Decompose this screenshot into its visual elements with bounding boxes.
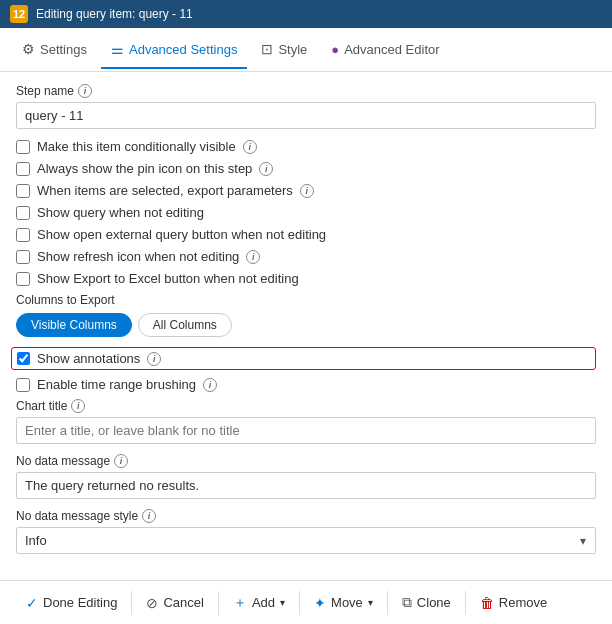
checkbox-show-export-label: Show Export to Excel button when not edi… [37,271,299,286]
checkbox-show-query-label: Show query when not editing [37,205,204,220]
checkbox-time-brushing: Enable time range brushing i [16,377,596,392]
clone-button[interactable]: ⧉ Clone [388,581,465,624]
remove-label: Remove [499,595,547,610]
done-editing-button[interactable]: ✓ Done Editing [12,581,131,624]
remove-button[interactable]: 🗑 Remove [466,581,561,624]
done-check-icon: ✓ [26,595,38,611]
checkbox-show-external: Show open external query button when not… [16,227,596,242]
cancel-button[interactable]: ⊘ Cancel [132,581,217,624]
add-icon: ＋ [233,594,247,612]
add-label: Add [252,595,275,610]
add-chevron-icon: ▾ [280,597,285,608]
step-name-input[interactable] [16,102,596,129]
checkbox-show-refresh-input[interactable] [16,250,30,264]
checkbox-export-params-info[interactable]: i [300,184,314,198]
style-icon: ⊡ [261,41,273,57]
checkbox-conditional-info[interactable]: i [243,140,257,154]
no-data-message-group: No data message i [16,454,596,499]
checkbox-pin-label: Always show the pin icon on this step [37,161,252,176]
chart-title-info-icon[interactable]: i [71,399,85,413]
cancel-label: Cancel [163,595,203,610]
checkbox-pin-info[interactable]: i [259,162,273,176]
add-button[interactable]: ＋ Add ▾ [219,581,299,624]
checkbox-show-refresh: Show refresh icon when not editing i [16,249,596,264]
no-data-message-input[interactable] [16,472,596,499]
checkbox-annotations-info[interactable]: i [147,352,161,366]
tab-bar: ⚙ Settings ⚌ Advanced Settings ⊡ Style ●… [0,28,612,72]
checkbox-conditional-label: Make this item conditionally visible [37,139,236,154]
clone-label: Clone [417,595,451,610]
tab-advanced-editor[interactable]: ● Advanced Editor [321,32,449,69]
bottom-bar: ✓ Done Editing ⊘ Cancel ＋ Add ▾ ✦ Move ▾… [0,580,612,624]
tab-advanced-editor-label: Advanced Editor [344,42,439,57]
checkbox-show-export: Show Export to Excel button when not edi… [16,271,596,286]
checkbox-export-params-label: When items are selected, export paramete… [37,183,293,198]
cancel-icon: ⊘ [146,595,158,611]
columns-button-group: Visible Columns All Columns [16,313,596,337]
move-chevron-icon: ▾ [368,597,373,608]
move-button[interactable]: ✦ Move ▾ [300,581,387,624]
main-content: Step name i Make this item conditionally… [0,72,612,580]
tab-settings-label: Settings [40,42,87,57]
no-data-style-info-icon[interactable]: i [142,509,156,523]
checkbox-show-export-input[interactable] [16,272,30,286]
checkbox-export-params-input[interactable] [16,184,30,198]
checkbox-show-query-input[interactable] [16,206,30,220]
title-bar: 12 Editing query item: query - 11 [0,0,612,28]
step-name-label: Step name i [16,84,596,98]
checkbox-conditional-input[interactable] [16,140,30,154]
checkbox-show-query: Show query when not editing [16,205,596,220]
checkbox-show-external-input[interactable] [16,228,30,242]
no-data-style-dropdown-container: Info Warning Error ▾ [16,527,596,554]
advanced-settings-icon: ⚌ [111,41,124,57]
no-data-style-label: No data message style i [16,509,596,523]
checkbox-show-refresh-label: Show refresh icon when not editing [37,249,239,264]
move-label: Move [331,595,363,610]
checkbox-time-brushing-label: Enable time range brushing [37,377,196,392]
chart-title-label: Chart title i [16,399,596,413]
checkbox-export-params: When items are selected, export paramete… [16,183,596,198]
checkbox-time-brushing-input[interactable] [16,378,30,392]
step-name-info-icon[interactable]: i [78,84,92,98]
clone-icon: ⧉ [402,594,412,611]
step-name-group: Step name i [16,84,596,129]
chart-title-input[interactable] [16,417,596,444]
checkbox-annotations-highlighted: Show annotations i [11,347,596,370]
checkbox-show-external-label: Show open external query button when not… [37,227,326,242]
checkbox-pin: Always show the pin icon on this step i [16,161,596,176]
checkbox-time-brushing-info[interactable]: i [203,378,217,392]
advanced-editor-dot: ● [331,42,339,57]
no-data-message-info-icon[interactable]: i [114,454,128,468]
checkbox-conditional: Make this item conditionally visible i [16,139,596,154]
checkbox-show-refresh-info[interactable]: i [246,250,260,264]
columns-to-export-label: Columns to Export [16,293,596,307]
done-editing-label: Done Editing [43,595,117,610]
tab-advanced-settings[interactable]: ⚌ Advanced Settings [101,31,247,69]
no-data-message-label: No data message i [16,454,596,468]
columns-to-export-group: Columns to Export Visible Columns All Co… [16,293,596,337]
tab-style[interactable]: ⊡ Style [251,31,317,69]
tab-advanced-settings-label: Advanced Settings [129,42,237,57]
tab-settings[interactable]: ⚙ Settings [12,31,97,69]
remove-icon: 🗑 [480,595,494,611]
title-bar-title: Editing query item: query - 11 [36,7,193,21]
no-data-style-group: No data message style i Info Warning Err… [16,509,596,554]
tab-style-label: Style [278,42,307,57]
checkbox-annotations-input[interactable] [17,352,30,365]
settings-icon: ⚙ [22,41,35,57]
title-bar-icon: 12 [10,5,28,23]
move-icon: ✦ [314,595,326,611]
no-data-style-select[interactable]: Info Warning Error [16,527,596,554]
all-columns-button[interactable]: All Columns [138,313,232,337]
chart-title-group: Chart title i [16,399,596,444]
checkbox-annotations-label: Show annotations [37,351,140,366]
visible-columns-button[interactable]: Visible Columns [16,313,132,337]
checkbox-pin-input[interactable] [16,162,30,176]
